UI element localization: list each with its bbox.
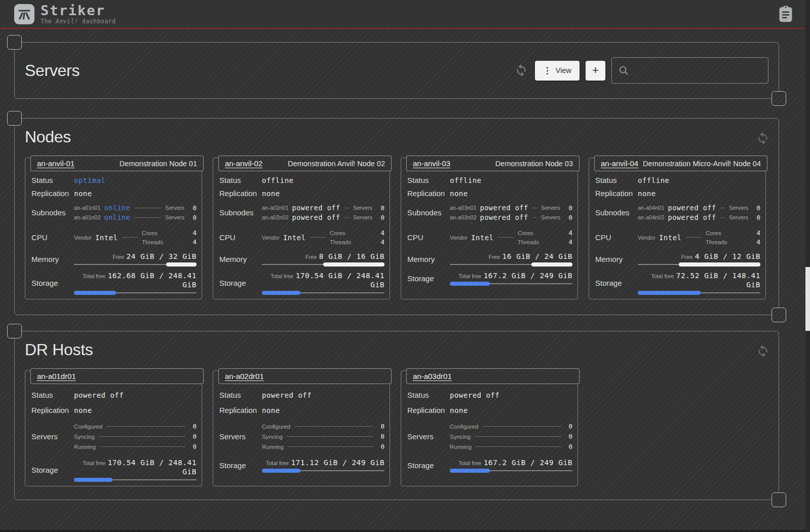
dr-hosts-refresh-icon[interactable] [755,344,770,359]
replication-label: Replication [31,189,74,198]
bottom-edge-strip [0,530,810,532]
node-link[interactable]: an-anvil-01 [37,159,74,168]
nodes-panel: Nodes an-anvil-01 Demonstration Node 01 … [14,118,779,315]
add-server-button[interactable]: + [586,61,605,81]
storage-value: 72.52 GiB / 148.41 GiB [676,272,760,289]
cpu-vendor-value: Intel [95,234,118,242]
dr-host-link[interactable]: an-a01dr01 [37,372,76,381]
memory-value: 24 GiB / 32 GiB [127,252,197,260]
running-count: 0 [377,443,384,450]
running-label: Running [74,444,96,450]
subnode-state: online [104,204,131,212]
node-link[interactable]: an-anvil-04 [601,159,638,168]
dr-hosts-panel: DR Hosts an-a01dr01 Status powered off R… [14,331,779,500]
node-card-header: an-anvil-04 Demonstration Micro-Anvil! N… [594,156,767,171]
cores-label: Cores [330,230,345,236]
scrollbar-thumb[interactable] [805,267,810,331]
storage-bar [262,469,384,473]
syncing-label: Syncing [450,434,471,440]
storage-label: Storage [407,461,450,470]
replication-label: Replication [595,189,638,198]
dr-card-header: an-a03dr01 [406,368,580,384]
node-description: Demonstration Node 01 [120,160,197,168]
threads-value: 4 [568,238,572,246]
view-button[interactable]: ⋮ View [535,61,580,81]
subnode-state: powered off [292,213,340,221]
node-description: Demonstration Node 03 [495,160,573,168]
servers-label: Servers [219,432,262,441]
storage-label: Storage [31,279,74,287]
threads-label: Threads [706,239,727,245]
nodes-refresh-icon[interactable] [755,131,770,146]
replication-value: none [262,406,280,414]
threads-label: Threads [142,239,163,245]
divider-line [122,237,138,238]
subnode-servers-count: 0 [753,214,760,221]
subnode-row: an-a03n02 powered off Servers 0 [450,213,572,221]
storage-bar [638,291,760,295]
search-input[interactable] [633,66,762,75]
subnode-servers-count: 0 [753,204,760,212]
node-description: Demonstration Anvil! Node 02 [288,160,385,168]
search-icon [618,65,629,76]
subnode-servers-label: Servers [729,205,748,211]
subnode-servers-count: 0 [377,204,384,212]
memory-free-label: Free [112,254,124,260]
syncing-label: Syncing [74,434,95,440]
status-label: Status [31,391,74,399]
divider-line [310,237,326,238]
memory-bar [74,262,197,267]
memory-label: Memory [407,255,450,263]
servers-syncing-row: Syncing 0 [262,433,384,440]
memory-free-label: Free [681,254,693,260]
threads-value: 4 [192,238,197,246]
status-value: optimal [74,176,106,184]
node-link[interactable]: an-anvil-03 [413,159,450,168]
divider-line [686,237,702,238]
divider-line [482,426,561,427]
configured-count: 0 [377,423,384,430]
storage-label: Storage [219,461,262,470]
memory-value: 4 GiB / 12 GiB [695,252,760,260]
brand-tagline: The Anvil! dashboard [41,18,116,25]
memory-value: 8 GiB / 16 GiB [319,252,384,260]
dr-host-link[interactable]: an-a02dr01 [225,372,264,381]
servers-refresh-icon[interactable] [514,63,529,78]
subnodes-label: Subnodes [219,208,262,217]
subnodes-label: Subnodes [31,208,74,217]
cpu-label: CPU [219,233,262,242]
storage-bar [262,291,384,295]
status-value: offline [450,176,482,184]
subnode-state: online [104,213,131,221]
dr-host-link[interactable]: an-a03dr01 [413,372,452,381]
cpu-label: CPU [595,233,638,242]
subnode-name: an-a04n02 [638,214,665,220]
replication-value: none [450,406,468,414]
subnode-state: powered off [480,204,528,212]
dr-host-card: an-a01dr01 Status powered off Replicatio… [25,370,202,486]
storage-label: Storage [595,279,638,287]
storage-free-label: Total free [83,460,105,466]
server-search-box[interactable] [611,57,768,84]
servers-syncing-row: Syncing 0 [450,433,572,440]
subnode-name: an-a01n02 [74,214,101,220]
subnode-row: an-a01n01 online Servers 0 [74,204,197,212]
storage-bar [450,469,572,473]
more-vert-icon: ⋮ [543,65,552,76]
status-label: Status [31,176,74,184]
memory-free-label: Free [488,254,500,260]
node-link[interactable]: an-anvil-02 [225,159,262,168]
subnode-state: powered off [480,213,528,221]
tasks-clipboard-icon[interactable] [776,4,796,24]
page-scrollbar[interactable] [805,0,810,532]
storage-free-label: Total free [458,460,481,466]
subnode-row: an-a04n02 powered off Servers 0 [638,213,760,221]
divider-line [344,217,350,218]
status-value: powered off [450,391,499,399]
panel-corner-decoration [772,308,786,322]
subnode-name: an-a03n02 [450,214,477,220]
subnode-servers-count: 0 [189,214,197,221]
cpu-vendor-label: Vendor [74,235,92,241]
subnode-row: an-a01n02 online Servers 0 [74,213,197,221]
dr-cards-row: an-a01dr01 Status powered off Replicatio… [25,370,768,486]
